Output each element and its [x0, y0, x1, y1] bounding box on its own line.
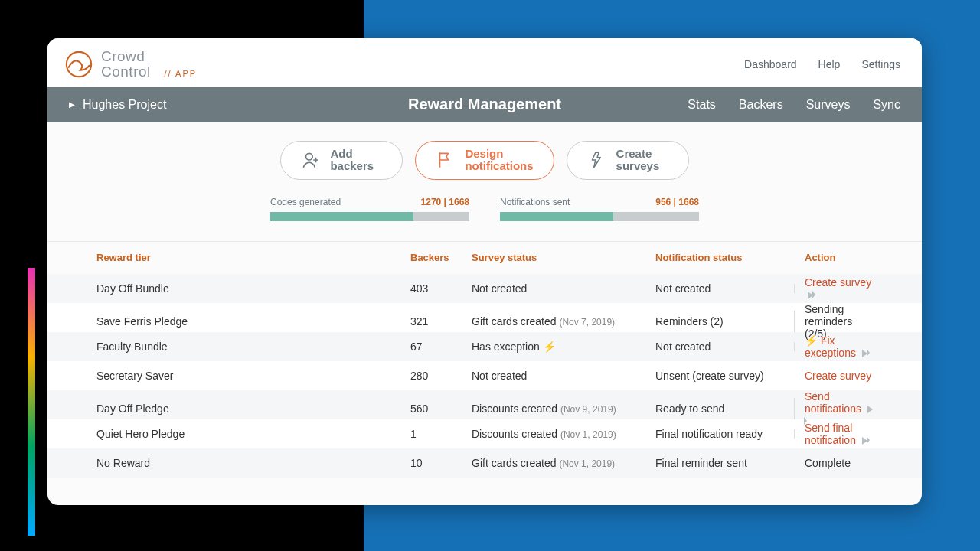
- table-row: Day Off Pledge560Discounts created (Nov …: [47, 390, 922, 419]
- cell-action[interactable]: Create survey: [794, 370, 884, 382]
- subnav-surveys[interactable]: Surveys: [806, 98, 851, 112]
- survey-date: (Nov 1, 2019): [560, 429, 616, 440]
- survey-date: (Nov 1, 2019): [559, 458, 615, 469]
- progress-notifs-fill: [500, 212, 613, 221]
- pill-create-line1: Create: [616, 148, 660, 161]
- cell-tier: Day Off Pledge: [86, 403, 400, 415]
- pill-design-line2: notifications: [465, 160, 533, 173]
- cell-tier: Day Off Bundle: [86, 282, 400, 295]
- cell-notification: Final notification ready: [645, 428, 794, 440]
- play-icon: [867, 436, 870, 444]
- cell-survey: Not created: [461, 370, 645, 382]
- cell-tier: No Reward: [86, 457, 400, 469]
- topbar: Crowd Control // APP Dashboard Help Sett…: [47, 38, 922, 87]
- subnav-stats[interactable]: Stats: [688, 98, 715, 112]
- cell-survey: Has exception ⚡: [461, 341, 645, 353]
- col-notif: Notification status: [645, 252, 794, 263]
- action-link[interactable]: ⚡ Fix exceptions: [805, 334, 870, 359]
- design-notifications-button[interactable]: Designnotifications: [415, 141, 554, 180]
- cell-tier: Faculty Bundle: [86, 341, 400, 353]
- brand-suffix: // APP: [165, 69, 198, 78]
- cell-survey: Gift cards created (Nov 1, 2019): [461, 457, 645, 469]
- add-backers-button[interactable]: Addbackers: [280, 141, 403, 180]
- action-link[interactable]: Create survey: [805, 276, 871, 301]
- progress-notifs-label: Notifications sent: [500, 197, 570, 207]
- progress-notifs-bar: [500, 212, 699, 221]
- project-selector[interactable]: ▶ Hughes Project: [69, 98, 166, 112]
- cell-backers: 10: [400, 457, 461, 469]
- cell-tier: Save Ferris Pledge: [86, 315, 400, 328]
- action-pill-row: Addbackers Designnotifications Createsur…: [47, 122, 922, 197]
- table-row: Save Ferris Pledge321Gift cards created …: [47, 303, 922, 332]
- bolt-icon: ⚡: [543, 341, 556, 353]
- play-icon: [812, 291, 815, 298]
- bolt-icon: ⚡: [805, 334, 821, 347]
- nav-help[interactable]: Help: [818, 58, 841, 70]
- cell-survey: Not created: [461, 282, 645, 295]
- progress-codes-bar: [270, 212, 469, 221]
- create-surveys-button[interactable]: Createsurveys: [567, 141, 689, 180]
- svg-point-1: [306, 154, 313, 161]
- wave-logo-icon: [64, 50, 93, 79]
- cell-action[interactable]: Create survey: [794, 276, 884, 301]
- flag-icon: [436, 150, 456, 170]
- progress-codes-label: Codes generated: [270, 197, 341, 207]
- progress-codes: Codes generated 1270 | 1668: [270, 197, 469, 221]
- cell-notification: Not created: [645, 282, 794, 295]
- survey-date: (Nov 7, 2019): [559, 317, 615, 328]
- table-row: Faculty Bundle67Has exception ⚡Not creat…: [47, 332, 922, 361]
- cell-survey: Gift cards created (Nov 7, 2019): [461, 315, 645, 328]
- cell-notification: Not created: [645, 341, 794, 353]
- subnav-sync[interactable]: Sync: [873, 98, 900, 112]
- table-row: No Reward10Gift cards created (Nov 1, 20…: [47, 448, 922, 478]
- subbar: ▶ Hughes Project Reward Management Stats…: [47, 87, 922, 122]
- sub-nav: Stats Backers Surveys Sync: [688, 98, 900, 112]
- pill-add-line2: backers: [330, 160, 374, 173]
- lightning-icon: [587, 150, 607, 170]
- col-action: Action: [794, 252, 884, 263]
- cell-backers: 67: [400, 341, 461, 353]
- user-plus-icon: [301, 150, 321, 170]
- cell-survey: Discounts created (Nov 9, 2019): [461, 403, 645, 415]
- col-tier: Reward tier: [86, 252, 400, 263]
- action-link[interactable]: Create survey: [805, 370, 871, 382]
- cell-notification: Ready to send: [645, 403, 794, 415]
- cell-backers: 403: [400, 282, 461, 295]
- progress-notifications: Notifications sent 956 | 1668: [500, 197, 699, 221]
- cell-notification: Unsent (create survey): [645, 370, 794, 382]
- brand-line1: Crowd: [101, 49, 197, 64]
- progress-notifs-count: 956 | 1668: [655, 197, 699, 207]
- col-backers: Backers: [400, 252, 461, 263]
- cell-action[interactable]: ⚡ Fix exceptions: [794, 334, 884, 359]
- survey-date: (Nov 9, 2019): [560, 404, 616, 415]
- pill-add-line1: Add: [330, 148, 374, 161]
- cell-notification: Reminders (2): [645, 315, 794, 328]
- cell-tier: Secretary Saver: [86, 370, 400, 382]
- table-row: Secretary Saver280Not created Unsent (cr…: [47, 361, 922, 390]
- nav-settings[interactable]: Settings: [861, 58, 900, 70]
- cell-action[interactable]: Send final notification: [794, 422, 884, 446]
- top-nav: Dashboard Help Settings: [744, 58, 900, 70]
- action-link[interactable]: Complete: [805, 457, 851, 469]
- app-window: Crowd Control // APP Dashboard Help Sett…: [47, 38, 922, 505]
- subnav-backers[interactable]: Backers: [739, 98, 783, 112]
- cell-action[interactable]: Complete: [794, 457, 884, 469]
- pill-design-line1: Design: [465, 148, 533, 161]
- decorative-stripe: [28, 268, 35, 536]
- cell-tier: Quiet Hero Pledge: [86, 428, 400, 440]
- action-link[interactable]: Send final notification: [805, 422, 870, 446]
- pill-create-line2: surveys: [616, 160, 660, 173]
- cell-backers: 560: [400, 403, 461, 415]
- page-title: Reward Management: [408, 96, 561, 113]
- cell-backers: 1: [400, 428, 461, 440]
- nav-dashboard[interactable]: Dashboard: [744, 58, 797, 70]
- brand[interactable]: Crowd Control // APP: [64, 49, 197, 80]
- brand-line2: Control: [101, 64, 151, 80]
- table-header: Reward tier Backers Survey status Notifi…: [47, 242, 922, 274]
- table-row: Day Off Bundle403Not created Not created…: [47, 274, 922, 303]
- cell-backers: 280: [400, 370, 461, 382]
- project-name: Hughes Project: [83, 98, 166, 112]
- play-icon: [867, 406, 873, 413]
- cell-notification: Final reminder sent: [645, 457, 794, 469]
- cell-backers: 321: [400, 315, 461, 328]
